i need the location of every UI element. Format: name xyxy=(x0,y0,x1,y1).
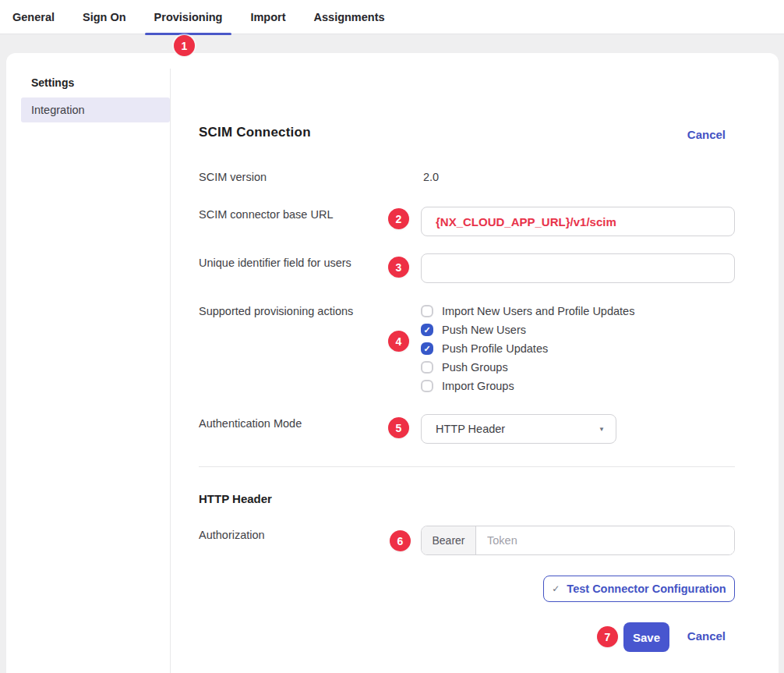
checkbox-import-groups[interactable]: ✓ Import Groups xyxy=(421,377,634,395)
checkbox-push-profile-updates[interactable]: ✓ Push Profile Updates xyxy=(421,339,634,358)
tab-general[interactable]: General xyxy=(12,0,55,34)
save-button[interactable]: Save xyxy=(623,622,669,652)
auth-mode-label: Authentication Mode xyxy=(199,416,302,430)
auth-mode-select[interactable]: HTTP Header ▼ xyxy=(421,414,616,444)
step-badge-6: 6 xyxy=(390,530,411,551)
sidebar-header: Settings xyxy=(31,76,74,89)
step-badge-7: 7 xyxy=(597,626,618,647)
app-tabbar: General Sign On Provisioning Import Assi… xyxy=(0,0,784,34)
checkbox-import-new-users-profile-updates[interactable]: ✓ Import New Users and Profile Updates xyxy=(421,302,634,321)
test-connector-configuration-button[interactable]: ✓ Test Connector Configuration xyxy=(543,576,735,602)
base-url-input[interactable] xyxy=(421,207,735,236)
checkbox-icon: ✓ xyxy=(421,305,433,317)
cancel-link-top[interactable]: Cancel xyxy=(687,128,726,141)
step-badge-4: 4 xyxy=(388,331,409,352)
actions-label: Supported provisioning actions xyxy=(199,304,353,318)
provisioning-card: Settings Integration SCIM Connection Can… xyxy=(6,53,779,673)
step-badge-2: 2 xyxy=(388,208,409,229)
checkbox-icon: ✓ xyxy=(421,361,433,374)
base-url-label: SCIM connector base URL xyxy=(199,207,333,221)
tab-sign-on[interactable]: Sign On xyxy=(83,0,126,34)
checkbox-icon: ✓ xyxy=(421,324,433,336)
tab-import[interactable]: Import xyxy=(250,0,285,34)
test-connector-button-label: Test Connector Configuration xyxy=(567,583,726,595)
checkbox-label: Import Groups xyxy=(442,380,514,392)
token-input[interactable] xyxy=(476,526,734,554)
checkbox-label: Push New Users xyxy=(442,324,526,336)
tab-provisioning[interactable]: Provisioning xyxy=(154,0,223,34)
chevron-down-icon: ▼ xyxy=(599,426,605,433)
scim-version-value: 2.0 xyxy=(423,170,439,184)
sidebar-item-integration[interactable]: Integration xyxy=(21,97,170,122)
http-header-section-title: HTTP Header xyxy=(199,492,272,505)
unique-id-input[interactable] xyxy=(421,253,735,283)
scim-version-label: SCIM version xyxy=(199,170,267,184)
checkbox-label: Push Groups xyxy=(442,361,508,374)
unique-id-label: Unique identifier field for users xyxy=(199,256,351,270)
section-divider xyxy=(199,466,735,467)
page-title: SCIM Connection xyxy=(199,125,311,140)
cancel-link-bottom[interactable]: Cancel xyxy=(687,629,726,643)
checkbox-label: Push Profile Updates xyxy=(442,342,548,355)
authorization-label: Authorization xyxy=(199,528,265,542)
checkbox-icon: ✓ xyxy=(421,342,433,355)
checkbox-push-groups[interactable]: ✓ Push Groups xyxy=(421,358,634,377)
step-badge-5: 5 xyxy=(388,417,409,438)
auth-mode-selected-value: HTTP Header xyxy=(436,423,505,435)
checkbox-push-new-users[interactable]: ✓ Push New Users xyxy=(421,321,634,339)
checkbox-icon: ✓ xyxy=(421,380,433,392)
authorization-input-group: Bearer xyxy=(421,526,735,555)
bearer-prefix: Bearer xyxy=(422,526,476,554)
checkmark-icon: ✓ xyxy=(552,583,560,594)
sidebar-item-label: Integration xyxy=(31,104,85,116)
tab-assignments[interactable]: Assignments xyxy=(314,0,385,34)
step-badge-1: 1 xyxy=(174,35,195,56)
step-badge-3: 3 xyxy=(388,257,409,278)
checkbox-label: Import New Users and Profile Updates xyxy=(442,305,634,317)
sidebar-divider xyxy=(170,69,171,673)
actions-checkbox-group: ✓ Import New Users and Profile Updates ✓… xyxy=(421,302,634,395)
